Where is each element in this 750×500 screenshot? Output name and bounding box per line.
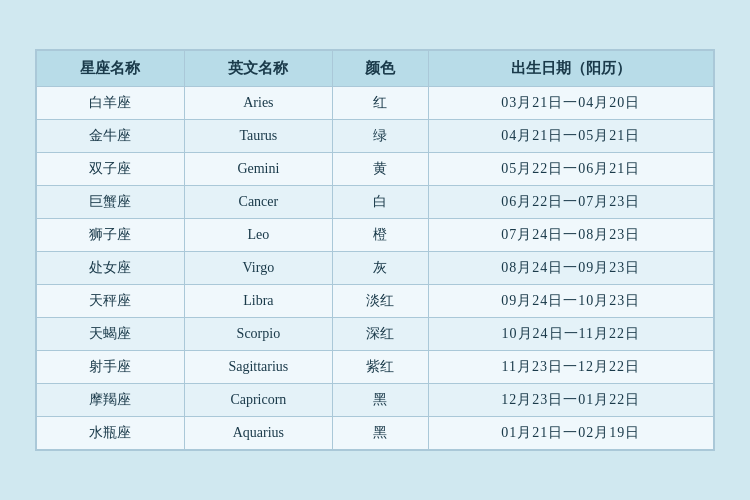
table-body: 白羊座Aries红03月21日一04月20日金牛座Taurus绿04月21日一0… [37, 87, 714, 450]
zodiac-table-container: 星座名称 英文名称 颜色 出生日期（阳历） 白羊座Aries红03月21日一04… [35, 49, 715, 451]
cell-dates: 12月23日一01月22日 [428, 384, 713, 417]
table-row: 射手座Sagittarius紫红11月23日一12月22日 [37, 351, 714, 384]
cell-dates: 01月21日一02月19日 [428, 417, 713, 450]
cell-english-name: Aries [184, 87, 332, 120]
cell-chinese-name: 摩羯座 [37, 384, 185, 417]
cell-chinese-name: 巨蟹座 [37, 186, 185, 219]
cell-color: 黑 [332, 417, 428, 450]
cell-english-name: Libra [184, 285, 332, 318]
table-row: 金牛座Taurus绿04月21日一05月21日 [37, 120, 714, 153]
table-row: 摩羯座Capricorn黑12月23日一01月22日 [37, 384, 714, 417]
cell-color: 红 [332, 87, 428, 120]
table-row: 双子座Gemini黄05月22日一06月21日 [37, 153, 714, 186]
table-row: 天蝎座Scorpio深红10月24日一11月22日 [37, 318, 714, 351]
cell-chinese-name: 射手座 [37, 351, 185, 384]
cell-chinese-name: 双子座 [37, 153, 185, 186]
header-english-name: 英文名称 [184, 51, 332, 87]
cell-chinese-name: 金牛座 [37, 120, 185, 153]
header-color: 颜色 [332, 51, 428, 87]
cell-english-name: Capricorn [184, 384, 332, 417]
cell-dates: 05月22日一06月21日 [428, 153, 713, 186]
cell-chinese-name: 白羊座 [37, 87, 185, 120]
cell-dates: 08月24日一09月23日 [428, 252, 713, 285]
table-row: 白羊座Aries红03月21日一04月20日 [37, 87, 714, 120]
cell-english-name: Leo [184, 219, 332, 252]
table-row: 处女座Virgo灰08月24日一09月23日 [37, 252, 714, 285]
cell-chinese-name: 天蝎座 [37, 318, 185, 351]
cell-english-name: Virgo [184, 252, 332, 285]
cell-color: 白 [332, 186, 428, 219]
cell-english-name: Gemini [184, 153, 332, 186]
cell-color: 绿 [332, 120, 428, 153]
header-dates: 出生日期（阳历） [428, 51, 713, 87]
table-row: 水瓶座Aquarius黑01月21日一02月19日 [37, 417, 714, 450]
table-row: 狮子座Leo橙07月24日一08月23日 [37, 219, 714, 252]
cell-english-name: Cancer [184, 186, 332, 219]
cell-english-name: Aquarius [184, 417, 332, 450]
cell-color: 淡红 [332, 285, 428, 318]
cell-dates: 03月21日一04月20日 [428, 87, 713, 120]
cell-dates: 09月24日一10月23日 [428, 285, 713, 318]
cell-dates: 07月24日一08月23日 [428, 219, 713, 252]
cell-chinese-name: 水瓶座 [37, 417, 185, 450]
cell-color: 紫红 [332, 351, 428, 384]
cell-dates: 11月23日一12月22日 [428, 351, 713, 384]
cell-dates: 06月22日一07月23日 [428, 186, 713, 219]
cell-color: 灰 [332, 252, 428, 285]
cell-english-name: Taurus [184, 120, 332, 153]
table-row: 天秤座Libra淡红09月24日一10月23日 [37, 285, 714, 318]
table-row: 巨蟹座Cancer白06月22日一07月23日 [37, 186, 714, 219]
cell-color: 黑 [332, 384, 428, 417]
cell-english-name: Sagittarius [184, 351, 332, 384]
cell-dates: 10月24日一11月22日 [428, 318, 713, 351]
cell-dates: 04月21日一05月21日 [428, 120, 713, 153]
table-header-row: 星座名称 英文名称 颜色 出生日期（阳历） [37, 51, 714, 87]
cell-chinese-name: 天秤座 [37, 285, 185, 318]
cell-color: 黄 [332, 153, 428, 186]
header-chinese-name: 星座名称 [37, 51, 185, 87]
cell-chinese-name: 狮子座 [37, 219, 185, 252]
cell-color: 深红 [332, 318, 428, 351]
zodiac-table: 星座名称 英文名称 颜色 出生日期（阳历） 白羊座Aries红03月21日一04… [36, 50, 714, 450]
cell-chinese-name: 处女座 [37, 252, 185, 285]
cell-color: 橙 [332, 219, 428, 252]
cell-english-name: Scorpio [184, 318, 332, 351]
